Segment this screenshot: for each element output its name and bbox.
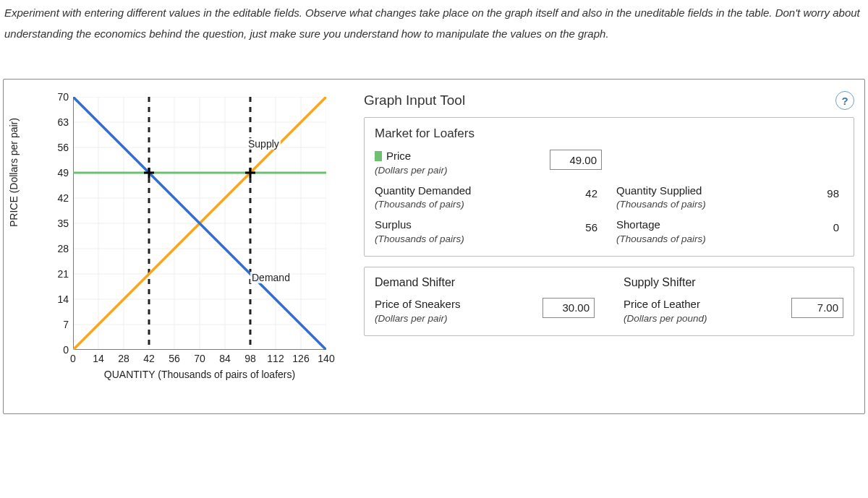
leather-price-input[interactable] [791,298,843,318]
price-label: Price (Dollars per pair) [375,150,542,177]
y-tick: 21 [43,268,69,280]
y-tick: 63 [43,116,69,128]
x-tick: 14 [93,353,104,364]
y-tick: 14 [43,293,69,305]
x-tick: 28 [118,353,129,364]
qs-value: 98 [791,184,843,205]
y-tick: 7 [43,319,69,330]
x-axis-label: QUANTITY (Thousands of pairs of loafers) [73,369,326,380]
x-tick: 140 [318,353,334,364]
y-tick: 70 [43,91,69,103]
leather-label: Price of Leather(Dollars per pound) [624,298,784,325]
surplus-label: Surplus(Thousands of pairs) [375,218,542,246]
supply-demand-chart[interactable]: PRICE (Dollars per pair) 071421283542495… [14,90,346,400]
shortage-value: 0 [791,218,843,239]
series-label-supply[interactable]: Supply [247,138,281,150]
demand-shifter-title: Demand Shifter [375,276,595,289]
x-tick: 0 [70,353,76,364]
tool-title: Graph Input Tool [364,93,465,108]
shifters-section: Demand Shifter Price of Sneakers(Dollars… [364,267,854,336]
shortage-label: Shortage(Thousands of pairs) [616,218,784,246]
x-tick: 126 [292,353,309,364]
price-input[interactable] [550,150,602,170]
y-tick: 35 [43,218,69,229]
price-marker-icon [375,151,382,161]
help-icon[interactable]: ? [835,91,854,110]
market-section: Market for Loafers Price (Dollars per pa… [364,117,854,257]
qd-label: Quantity Demanded(Thousands of pairs) [375,184,542,212]
x-tick: 56 [169,353,180,364]
qd-value: 42 [550,184,602,205]
y-tick: 28 [43,243,69,254]
graph-input-tool: Graph Input Tool ? Market for Loafers Pr… [364,90,854,346]
y-tick: 0 [43,344,69,356]
x-tick: 98 [244,353,256,364]
supply-shifter-title: Supply Shifter [624,276,843,289]
main-panel: PRICE (Dollars per pair) 071421283542495… [3,79,865,414]
x-tick: 84 [219,353,231,364]
instructions-text: Experiment with entering different value… [0,0,868,53]
sneakers-price-input[interactable] [542,298,595,318]
surplus-value: 56 [550,218,602,239]
chart-plot-area[interactable] [73,97,326,350]
y-tick: 42 [43,192,69,204]
x-tick: 70 [194,353,205,364]
x-tick: 112 [267,353,284,364]
y-tick: 56 [43,142,69,153]
y-axis-label: PRICE (Dollars per pair) [8,118,20,227]
series-label-demand[interactable]: Demand [250,272,292,283]
x-tick: 42 [143,353,155,364]
y-tick: 49 [43,167,69,179]
sneakers-label: Price of Sneakers(Dollars per pair) [375,298,535,325]
qs-label: Quantity Supplied(Thousands of pairs) [616,184,784,212]
market-title: Market for Loafers [375,126,843,141]
